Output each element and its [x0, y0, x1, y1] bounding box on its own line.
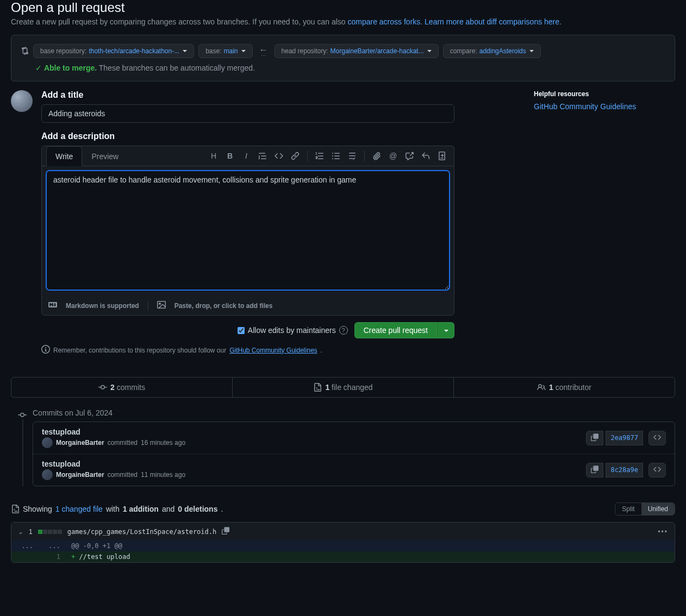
- commits-date: Commits on Jul 6, 2024: [33, 408, 675, 417]
- changed-files-link[interactable]: 1 changed file: [55, 505, 103, 513]
- allow-edits-checkbox[interactable]: [238, 327, 245, 334]
- copy-sha-button[interactable]: [586, 431, 603, 445]
- subtitle-text: Create a new pull request by comparing c…: [11, 17, 347, 26]
- code-line: //test upload: [79, 553, 130, 561]
- guidelines-link[interactable]: GitHub Community Guidelines: [229, 347, 317, 354]
- caret-icon: [529, 50, 534, 52]
- title-input[interactable]: [41, 104, 454, 123]
- files-tab[interactable]: 1 file changed: [232, 378, 453, 397]
- page-subtitle: Create a new pull request by comparing c…: [11, 17, 675, 26]
- commit-action: committed: [108, 471, 138, 479]
- add-marker: +: [71, 553, 79, 561]
- diff-icon[interactable]: [434, 148, 450, 164]
- file-path[interactable]: games/cpp_games/LostInSpace/asteroid.h: [67, 528, 217, 536]
- base-repo-selector[interactable]: base repository: thoth-tech/arcade-hacka…: [33, 44, 194, 58]
- commit-author[interactable]: MorgaineBarter: [56, 439, 104, 447]
- copy-sha-button[interactable]: [586, 463, 603, 477]
- unified-view-button[interactable]: Unified: [641, 503, 675, 515]
- commit-title[interactable]: testupload: [42, 428, 586, 436]
- base-branch-selector[interactable]: base: main: [198, 44, 252, 58]
- base-branch-label: base:: [205, 47, 221, 55]
- files-label: file changed: [329, 383, 372, 392]
- browse-code-button[interactable]: [648, 463, 666, 477]
- italic-icon[interactable]: I: [239, 148, 254, 164]
- commit-icon: [18, 411, 27, 421]
- help-icon[interactable]: ?: [339, 326, 348, 335]
- commit-time: 11 minutes ago: [141, 471, 185, 479]
- expand-cell[interactable]: ...: [39, 540, 66, 551]
- contribution-note: Remember, contributions to this reposito…: [41, 345, 454, 355]
- helpful-resources-title: Helpful resources: [534, 90, 675, 98]
- period: .: [221, 505, 223, 513]
- copy-path-icon[interactable]: [222, 527, 229, 536]
- commit-title[interactable]: testupload: [42, 460, 586, 468]
- caret-icon: [183, 50, 187, 52]
- caret-icon: [241, 50, 246, 52]
- heading-icon[interactable]: H: [206, 148, 221, 164]
- diff-line-addition: 1 + //test upload: [11, 551, 675, 562]
- period: .: [321, 347, 322, 354]
- file-menu-icon[interactable]: •••: [658, 528, 668, 536]
- mention-icon[interactable]: @: [385, 148, 401, 164]
- create-pull-request-dropdown[interactable]: [437, 322, 454, 338]
- title-label: Add a title: [41, 90, 454, 100]
- community-guidelines-link[interactable]: GitHub Community Guidelines: [534, 102, 636, 111]
- git-compare-icon: [20, 46, 29, 56]
- check-icon: ✓: [35, 64, 42, 72]
- commit-time: 16 minutes ago: [141, 439, 185, 447]
- preview-tab[interactable]: Preview: [82, 146, 128, 166]
- attach-files-text[interactable]: Paste, drop, or click to add files: [174, 302, 273, 310]
- head-repo-label: head repository:: [282, 47, 328, 55]
- base-repo-value: thoth-tech/arcade-hackathon-...: [89, 47, 179, 55]
- contrib-text: Remember, contributions to this reposito…: [53, 347, 226, 354]
- collapse-icon[interactable]: ⌄: [18, 528, 23, 536]
- commits-tab[interactable]: 2 commits: [11, 378, 232, 397]
- avatar: [11, 90, 33, 112]
- contributors-label: contributor: [553, 383, 591, 392]
- markdown-supported: Markdown is supported: [66, 302, 139, 310]
- additions-text: 1 addition: [123, 505, 159, 513]
- contributors-count: 1: [549, 383, 553, 392]
- compare-branch-selector[interactable]: compare: addingAsteroids: [443, 44, 541, 58]
- create-pull-request-button[interactable]: Create pull request: [354, 322, 437, 338]
- separator: [148, 301, 148, 311]
- commit-sha[interactable]: 2ea9877: [606, 431, 643, 445]
- attach-icon[interactable]: [369, 148, 384, 164]
- description-box: Write Preview H B I: [41, 146, 454, 316]
- commits-timeline: Commits on Jul 6, 2024 testupload Morgai…: [11, 408, 675, 486]
- commit-row: testupload MorgaineBarter committed 16 m…: [33, 422, 675, 454]
- quote-icon[interactable]: [255, 148, 270, 164]
- markdown-icon: [48, 300, 57, 311]
- allow-edits-label: Allow edits by maintainers: [248, 326, 336, 335]
- compare-forks-link[interactable]: compare across forks: [347, 17, 420, 26]
- commit-sha[interactable]: 8c28a9e: [606, 463, 643, 477]
- split-view-button[interactable]: Split: [615, 503, 641, 515]
- and-text: and: [162, 505, 174, 513]
- browse-code-button[interactable]: [648, 431, 666, 445]
- head-repo-selector[interactable]: head repository: MorgaineBarter/arcade-h…: [275, 44, 439, 58]
- link-icon[interactable]: [288, 148, 303, 164]
- diffstat: [38, 530, 62, 534]
- commit-author[interactable]: MorgaineBarter: [56, 471, 104, 479]
- diff-view-toggle: Split Unified: [615, 502, 675, 516]
- expand-cell[interactable]: ...: [11, 540, 39, 551]
- file-count: 1: [29, 528, 33, 536]
- ordered-list-icon[interactable]: [312, 148, 327, 164]
- description-textarea[interactable]: [46, 171, 450, 290]
- showing-text: Showing: [23, 505, 52, 513]
- image-icon: [157, 300, 166, 311]
- base-branch-value: main: [224, 47, 238, 55]
- reply-icon[interactable]: [418, 148, 433, 164]
- learn-more-link[interactable]: Learn more about diff comparisons here.: [425, 17, 562, 26]
- arrow-left-icon: ←⋯: [257, 45, 270, 57]
- task-list-icon[interactable]: [345, 148, 360, 164]
- code-icon[interactable]: [271, 148, 286, 164]
- write-tab[interactable]: Write: [46, 146, 82, 166]
- diff-header: Showing 1 changed file with 1 addition a…: [11, 502, 675, 516]
- contributors-tab[interactable]: 1 contributor: [453, 378, 675, 397]
- file-diff: ⌄ 1 games/cpp_games/LostInSpace/asteroid…: [11, 522, 675, 563]
- bold-icon[interactable]: B: [222, 148, 238, 164]
- unordered-list-icon[interactable]: [328, 148, 344, 164]
- allow-edits-checkbox-wrap[interactable]: Allow edits by maintainers ?: [238, 326, 348, 335]
- cross-reference-icon[interactable]: [402, 148, 417, 164]
